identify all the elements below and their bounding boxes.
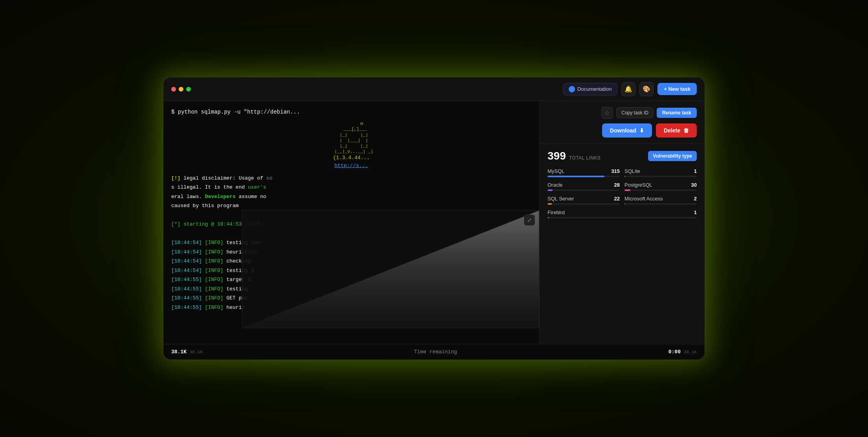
status-bar-right: 0:00 38.1K bbox=[668, 349, 697, 355]
task-title-row: ☆ Copy task ID Rename task bbox=[548, 107, 697, 119]
db-item-oracle: Oracle 28 bbox=[548, 182, 620, 191]
db-progress-fill bbox=[548, 176, 604, 177]
status-left-value: 38.1K bbox=[171, 349, 187, 355]
stats-panel: 399 TOTAL LINKS Vulnerability type MySQL… bbox=[540, 144, 705, 344]
terminal-line-1: [!] legal disclaimer: Usage of so bbox=[171, 174, 531, 182]
db-progress-fill bbox=[624, 176, 625, 177]
db-count: 315 bbox=[611, 168, 620, 174]
db-name: MySQL bbox=[548, 168, 564, 174]
status-left-sub: 38.1K bbox=[190, 350, 203, 354]
db-item-sqlite: SQLite 1 bbox=[624, 168, 697, 177]
db-progress-bar bbox=[548, 217, 697, 218]
db-item-microsoft-access: Microsoft Access 2 bbox=[624, 196, 697, 205]
svg-marker-0 bbox=[242, 211, 539, 328]
close-dot bbox=[171, 87, 176, 92]
terminal-line-3: eral laws. Developers assume no bbox=[171, 193, 531, 201]
status-bar-left: 38.1K 38.1K bbox=[171, 349, 203, 355]
chart-svg bbox=[242, 211, 539, 328]
docs-label: Documentation bbox=[577, 86, 612, 92]
ascii-art-block: H ___[,]___ |_| |_| | |___| | |_| |_| |_… bbox=[171, 121, 531, 155]
db-progress-fill bbox=[548, 217, 549, 218]
db-progress-bar bbox=[624, 189, 697, 191]
minimize-dot bbox=[179, 87, 183, 92]
db-progress-bar bbox=[548, 189, 620, 191]
terminal-command: $ python sqlmap.py -u "http://debian... bbox=[171, 109, 531, 115]
vulnerability-type-button[interactable]: Vulnerability type bbox=[648, 151, 697, 161]
trash-icon: 🗑 bbox=[683, 127, 689, 134]
status-bar: 38.1K 38.1K Time remaining 0:00 38.1K bbox=[163, 344, 705, 360]
terminal-line-2: s illegal. It is the end user's bbox=[171, 184, 531, 191]
db-item-firebird: Firebird 1 bbox=[548, 209, 697, 218]
db-progress-fill bbox=[624, 203, 625, 205]
db-progress-fill bbox=[624, 189, 630, 191]
db-header: MySQL 315 bbox=[548, 168, 620, 174]
task-header: ☆ Copy task ID Rename task Download ⬇ De… bbox=[540, 101, 705, 144]
db-name: Firebird bbox=[548, 209, 565, 215]
db-item-postgresql: PostgreSQL 30 bbox=[624, 182, 697, 191]
db-progress-bar bbox=[548, 203, 620, 205]
db-count: 28 bbox=[614, 182, 620, 188]
top-bar: Documentation 🔔 🎨 + New task bbox=[163, 77, 705, 101]
db-name: PostgreSQL bbox=[624, 182, 652, 188]
main-window: Documentation 🔔 🎨 + New task $ python sq… bbox=[163, 77, 705, 360]
terminal-panel: $ python sqlmap.py -u "http://debian... … bbox=[163, 101, 540, 344]
db-count: 22 bbox=[614, 196, 620, 202]
sqlmap-version: {1.3.4.44... bbox=[171, 155, 531, 161]
right-panel: ☆ Copy task ID Rename task Download ⬇ De… bbox=[540, 101, 705, 344]
db-name: Microsoft Access bbox=[624, 196, 663, 202]
notification-button[interactable]: 🔔 bbox=[621, 82, 635, 96]
db-header: SQL Server 22 bbox=[548, 196, 620, 202]
sqlmap-link: http://s... bbox=[171, 163, 531, 169]
status-right-value: 0:00 bbox=[668, 349, 681, 355]
download-button[interactable]: Download ⬇ bbox=[602, 123, 652, 138]
db-count: 2 bbox=[694, 196, 697, 202]
db-progress-bar bbox=[624, 176, 697, 177]
total-label: TOTAL LINKS bbox=[569, 155, 601, 161]
main-content: $ python sqlmap.py -u "http://debian... … bbox=[163, 101, 705, 344]
db-name: SQL Server bbox=[548, 196, 574, 202]
globe-icon bbox=[569, 86, 575, 92]
db-count: 30 bbox=[691, 182, 697, 188]
delete-button[interactable]: Delete 🗑 bbox=[656, 123, 697, 138]
window-dots bbox=[171, 87, 191, 92]
db-count: 1 bbox=[694, 209, 697, 215]
sqlmap-ascii-art: H ___[,]___ |_| |_| | |___| | |_| |_| |_… bbox=[171, 121, 531, 169]
download-icon: ⬇ bbox=[639, 127, 644, 134]
db-progress-fill bbox=[548, 189, 553, 191]
rename-task-button[interactable]: Rename task bbox=[657, 108, 697, 118]
db-header: PostgreSQL 30 bbox=[624, 182, 697, 188]
delete-label: Delete bbox=[664, 127, 680, 134]
db-progress-fill bbox=[548, 203, 552, 205]
time-remaining-label: Time remaining bbox=[414, 349, 457, 355]
status-time-remaining: Time remaining bbox=[414, 349, 457, 355]
window-controls bbox=[171, 87, 191, 92]
db-item-sql-server: SQL Server 22 bbox=[548, 196, 620, 205]
db-header: Microsoft Access 2 bbox=[624, 196, 697, 202]
db-header: Oracle 28 bbox=[548, 182, 620, 188]
terminal-line-4: caused by this program bbox=[171, 202, 531, 210]
total-links: 399 TOTAL LINKS bbox=[548, 150, 601, 162]
download-label: Download bbox=[610, 127, 636, 134]
chart-expand-button[interactable]: ⤢ bbox=[524, 215, 535, 226]
db-progress-bar bbox=[624, 203, 697, 205]
new-task-button[interactable]: + New task bbox=[657, 83, 697, 95]
star-button[interactable]: ☆ bbox=[601, 107, 613, 119]
stats-header: 399 TOTAL LINKS Vulnerability type bbox=[548, 150, 697, 162]
total-count: 399 bbox=[548, 150, 566, 162]
db-header: SQLite 1 bbox=[624, 168, 697, 174]
documentation-button[interactable]: Documentation bbox=[563, 83, 617, 95]
db-progress-bar bbox=[548, 176, 620, 177]
db-name: SQLite bbox=[624, 168, 640, 174]
copy-task-id-button[interactable]: Copy task ID bbox=[616, 107, 654, 118]
new-task-label: + New task bbox=[664, 86, 690, 92]
status-right-sub: 38.1K bbox=[684, 350, 697, 354]
task-action-row: Download ⬇ Delete 🗑 bbox=[548, 123, 697, 138]
db-item-mysql: MySQL 315 bbox=[548, 168, 620, 177]
db-header: Firebird 1 bbox=[548, 209, 697, 215]
database-grid: MySQL 315 SQLite 1 Oracle 28 bbox=[548, 168, 697, 218]
db-name: Oracle bbox=[548, 182, 562, 188]
db-count: 1 bbox=[694, 168, 697, 174]
chart-area: ⤢ bbox=[242, 210, 539, 328]
maximize-dot bbox=[186, 87, 191, 92]
theme-button[interactable]: 🎨 bbox=[639, 82, 654, 96]
